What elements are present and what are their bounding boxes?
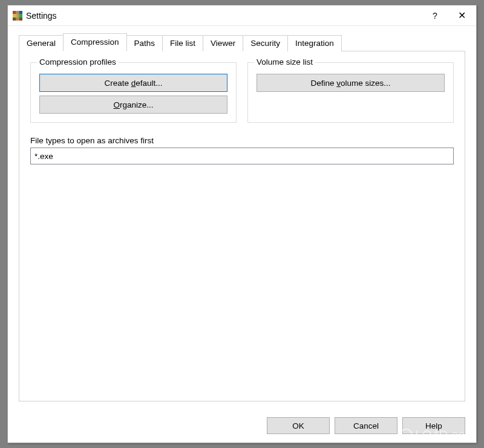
define-volume-sizes-label: Define volume sizes...: [310, 79, 390, 88]
help-dialog-button[interactable]: Help: [402, 417, 465, 434]
compression-profiles-group: Compression profiles Create default... O…: [30, 62, 237, 123]
file-types-label: File types to open as archives first: [30, 136, 454, 145]
client-area: General Compression Paths File list View…: [8, 26, 476, 410]
compression-panel: Compression profiles Create default... O…: [19, 51, 465, 401]
ok-button[interactable]: OK: [267, 417, 330, 434]
create-default-label: Create default...: [104, 79, 162, 88]
app-icon: [13, 11, 22, 21]
tab-viewer[interactable]: Viewer: [203, 35, 243, 51]
tab-file-list[interactable]: File list: [162, 35, 203, 51]
create-default-button[interactable]: Create default...: [39, 74, 227, 92]
compression-profiles-legend: Compression profiles: [37, 57, 119, 67]
tab-integration[interactable]: Integration: [287, 35, 342, 51]
svg-rect-5: [16, 11, 19, 21]
settings-dialog: Settings ? ✕ General Compression Paths F…: [7, 5, 477, 443]
cancel-button[interactable]: Cancel: [335, 417, 397, 434]
close-icon: ✕: [458, 10, 466, 21]
file-types-input[interactable]: [30, 148, 454, 164]
button-bar: OK Cancel Help: [8, 410, 476, 443]
define-volume-sizes-button[interactable]: Define volume sizes...: [257, 74, 445, 92]
close-button[interactable]: ✕: [448, 6, 475, 25]
volume-size-list-group: Volume size list Define volume sizes...: [247, 62, 454, 123]
organize-label: Organize...: [113, 100, 153, 109]
tab-strip: General Compression Paths File list View…: [19, 33, 465, 51]
volume-size-list-legend: Volume size list: [254, 57, 315, 67]
tab-paths[interactable]: Paths: [126, 35, 163, 51]
organize-button[interactable]: Organize...: [39, 96, 227, 114]
tab-compression[interactable]: Compression: [63, 33, 127, 51]
help-button[interactable]: ?: [422, 6, 448, 25]
tab-security[interactable]: Security: [243, 35, 288, 51]
help-icon: ?: [433, 11, 437, 21]
tab-general[interactable]: General: [19, 35, 64, 51]
window-title: Settings: [26, 11, 57, 21]
titlebar: Settings ? ✕: [8, 5, 476, 26]
file-types-section: File types to open as archives first: [30, 136, 454, 164]
